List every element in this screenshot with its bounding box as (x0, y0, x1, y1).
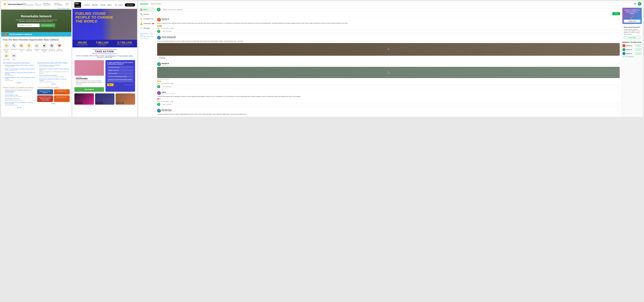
vm-cat-computers[interactable]: 💻 Computers & Technology (25) (41, 43, 48, 53)
vm-cat-community[interactable]: 🏘️ Community (550) (33, 43, 40, 53)
vm-cat-arts[interactable]: 🎨 Arts & Culture (99) (18, 43, 25, 53)
nd-post1-body: Here's a mystery for you: We built a hou… (157, 22, 620, 24)
nd-create-event-btn[interactable]: Create event (624, 20, 640, 23)
nd-neighbor1-connect-btn[interactable]: Connect (635, 45, 642, 47)
vm-help-button[interactable]: Help (3, 33, 8, 35)
ds-nav-donate[interactable]: Donate (100, 4, 106, 6)
nd-settings-icon[interactable]: ⚙ (633, 2, 637, 6)
vm-opp-link[interactable]: Take Climate Action Now! (5, 98, 22, 99)
vm-nonprofits-see-all[interactable]: See All (37, 103, 70, 104)
nd-neighbor2-connect-btn[interactable]: Connect (635, 49, 642, 51)
nd-neighbor3-connect-btn[interactable]: Connect (635, 53, 642, 55)
nd-post2-message-btn[interactable]: ✉ Message (157, 57, 167, 59)
nd-post1-like[interactable]: Like (157, 28, 160, 29)
ds-volunteer-credits-link[interactable]: earn volunteer credits. (119, 55, 133, 57)
vm-opp-link[interactable]: Women, don't just be sad about Child Abu… (5, 89, 35, 92)
nd-post2-menu-icon[interactable]: ⋯ (618, 36, 620, 38)
vm-opp-link[interactable]: Tarot In Pandemic & Revolution (39, 75, 64, 76)
vm-opp-link[interactable]: Photographer Volunteer at Client's Famil… (39, 68, 70, 71)
nd-post4-menu-icon[interactable]: ⋯ (618, 91, 620, 93)
ds-bottom-card-2[interactable]: FEATURED (95, 93, 114, 105)
ds-survey-opt-2[interactable]: Slightly connected (107, 69, 134, 72)
vm-cat-children[interactable]: 👶 Children & Youth (128) (26, 43, 32, 53)
ds-bottom-card-1[interactable]: FEATURED (74, 93, 94, 105)
vm-location-input[interactable] (17, 24, 40, 27)
nd-post2-image: 🪑 (157, 43, 620, 56)
ds-featured-card-img (74, 60, 104, 76)
ds-search-icon[interactable]: 🔍 (114, 4, 117, 6)
nd-sidebar-item-messages[interactable]: ✉️ Messages (139, 26, 155, 30)
vm-cat-more[interactable]: ••• More (10, 53, 18, 60)
nav-my-account[interactable]: MY ACCOUNT (35, 3, 42, 6)
nd-post-btn[interactable]: + Post (612, 12, 620, 15)
nav-sign-out[interactable]: SIGN OUT (66, 3, 70, 6)
vm-opp-link[interactable]: MFME Event Volunteer For Children's Show… (39, 78, 70, 81)
ds-get-started-btn[interactable]: Get Started (74, 87, 104, 92)
vm-find-btn[interactable]: Find Opportunities → (40, 24, 55, 27)
ds-ok-btn[interactable]: OK ✓ (107, 83, 114, 86)
vm-virtual-link[interactable]: Virtual Opportunities (1, 8, 71, 10)
vm-popular-see-all[interactable]: See All (3, 107, 35, 108)
nd-post3-comments[interactable]: 40 Comments (161, 83, 169, 84)
vm-opp-link[interactable]: Save Lives From Your Couch-Become a Volu… (5, 102, 35, 104)
nd-post5-menu-icon[interactable]: ⋯ (618, 109, 620, 111)
nd-create-page-btn[interactable]: Create page (624, 36, 640, 39)
nd-post3-share[interactable]: Share (170, 83, 174, 84)
vm-opp-link[interactable]: Oakland Volunteers: Teach plans and brin… (5, 72, 35, 75)
nd-post1-add-comment: P (157, 30, 620, 33)
ds-survey-opt-3[interactable]: Very connected (107, 72, 134, 75)
vm-cat-advocacy[interactable]: 🤝 Advocacy & Human Rights (3, 43, 10, 53)
nd-post3-like[interactable]: Like (157, 83, 160, 84)
ds-survey-opt-4[interactable]: I am not a DoSomething member (107, 75, 134, 78)
ds-nav-causes[interactable]: Causes ▾ (84, 4, 90, 6)
vm-upcoming-see-all[interactable]: See All (37, 83, 70, 85)
ds-join-button[interactable]: Join Now (125, 3, 135, 7)
nav-recruit-volunteers[interactable]: RECRUIT VOLUNTEERS (54, 3, 64, 6)
ds-login-button[interactable]: Log In ▾ (118, 4, 124, 6)
nd-post4-comments[interactable]: 42 Comments (161, 101, 169, 102)
ds-nav-benefits[interactable]: Benefits ▾ (92, 4, 98, 6)
nav-business-solutions[interactable]: BUSINESS SOLUTIONS (43, 3, 52, 6)
nd-sidebar-item-notifications[interactable]: 🔔 Notifications 10 (139, 21, 155, 26)
vm-opp-link[interactable]: Mentor Youth Impacted by Substance Abuse… (5, 68, 35, 70)
nd-post3-comment-input[interactable] (161, 85, 620, 88)
nd-post4-name: Lisa S. (162, 92, 176, 93)
vm-opp-link[interactable]: Oakland Volunteers: Kids w/ chronic illn… (5, 77, 35, 80)
nd-profile-icon[interactable]: P (638, 2, 642, 6)
ds-nav-about[interactable]: About (108, 4, 112, 6)
nd-sidebar-item-home[interactable]: 🏠 Home (139, 8, 155, 12)
nd-sidebar-item-discover[interactable]: 🔍 Discover (139, 12, 155, 17)
vm-np-3[interactable]: American Red Cross of Northern Californi… (37, 95, 53, 102)
nd-post1-menu-icon[interactable]: ⋯ (618, 18, 620, 20)
ds-survey-opt-5[interactable]: I don't know what a DoSomething member i… (107, 78, 134, 82)
nd-sidebar-item-sale[interactable]: 🏷️ For Sale & Free (139, 17, 155, 21)
ds-bottom-card-3[interactable]: FEATURED (116, 93, 135, 105)
nd-post1-comments[interactable]: 59 Comments (161, 28, 169, 29)
ds-survey-opt-1[interactable]: Not at all connected (107, 66, 134, 69)
vm-cat-education[interactable]: 📚 Education & Literacy (473) (48, 43, 55, 53)
vm-cat-health[interactable]: ❤️ Health & Medicine (49) (56, 43, 63, 53)
ds-scholarships-link[interactable]: win scholarships, (105, 55, 116, 57)
nd-post1-share[interactable]: Share (170, 28, 174, 29)
vm-np-2[interactable]: Be A Mentor, Inc. (54, 89, 70, 94)
nd-post4-share[interactable]: Share (170, 101, 174, 102)
nd-compose-input[interactable] (161, 8, 620, 11)
vm-opp-link[interactable]: Plant Exchange Volunteers 3/25/2023 (39, 65, 60, 66)
nd-see-more-neighbors[interactable]: See more neighbors (622, 56, 642, 57)
nd-post4-like[interactable]: Like (157, 101, 160, 102)
vm-np-1[interactable]: National MS Society - California (37, 89, 53, 94)
nd-search-input[interactable] (150, 3, 632, 5)
nd-post1-comment-input[interactable] (161, 30, 620, 33)
volunteerMatch-logo-icon (3, 2, 7, 6)
vm-np-4[interactable]: Be the Star You Are (54, 95, 70, 102)
vm-new-see-all[interactable]: See All (3, 82, 35, 84)
vm-opp-link[interactable]: Help a Neighbor Group (5, 94, 22, 96)
vm-opp-link[interactable]: Russian-language Bilingual Wish Granter … (5, 65, 34, 66)
nd-post3-add-comment: P (157, 85, 620, 88)
nd-post4-comment-input[interactable] (161, 103, 620, 106)
vm-cat-seniors[interactable]: 👴 Seniors (408) (3, 53, 10, 60)
nav-find-opportunities[interactable]: FIND OPPORTUNITIES (23, 3, 34, 6)
nd-post3-menu-icon[interactable]: ⋯ (618, 62, 620, 65)
benefits-chevron-icon: ▾ (98, 4, 98, 6)
vm-cat-animals[interactable]: 🐾 Animals (86) (10, 43, 18, 53)
